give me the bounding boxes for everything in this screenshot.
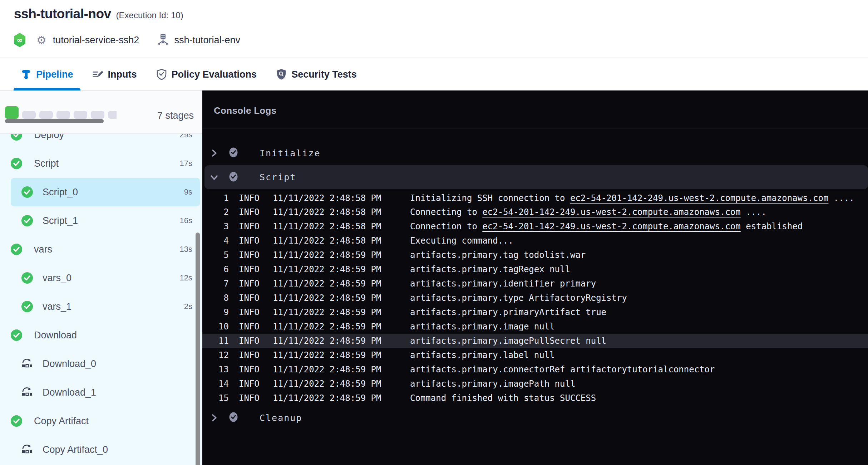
- log-message-text: artifacts.primary.tag todolist.war: [410, 250, 586, 260]
- success-check-icon: [11, 415, 22, 427]
- service-name[interactable]: tutorial-service-ssh2: [53, 35, 139, 46]
- chevron-right-icon[interactable]: [209, 413, 219, 422]
- stage-row-script_1[interactable]: Script_116s: [11, 206, 200, 235]
- log-line-number: 10: [202, 322, 229, 332]
- stage-progress-bar: [5, 106, 117, 119]
- log-message-suffix: ....: [741, 207, 766, 217]
- log-level: INFO: [239, 393, 260, 403]
- log-message-text: artifacts.primary.primaryArtifact true: [410, 307, 606, 317]
- log-timestamp: 11/11/2022 2:48:59 PM: [273, 264, 381, 274]
- progress-segment-pending: [91, 111, 104, 119]
- log-line-6: 6INFO11/11/2022 2:48:59 PMartifacts.prim…: [202, 262, 868, 276]
- log-line-number: 9: [202, 307, 229, 317]
- log-timestamp: 11/11/2022 2:48:59 PM: [273, 250, 381, 260]
- log-message-text: artifacts.primary.imagePullSecret null: [410, 336, 606, 346]
- chevron-right-icon[interactable]: [209, 148, 219, 158]
- log-message: artifacts.primary.imagePullSecret null: [410, 336, 606, 346]
- log-timestamp: 11/11/2022 2:48:59 PM: [273, 322, 381, 332]
- environment-icon: [158, 34, 168, 46]
- log-level: INFO: [239, 293, 260, 303]
- success-check-icon: [11, 329, 22, 341]
- log-message-text: Connection to: [410, 221, 482, 231]
- console-section-script[interactable]: Script: [204, 165, 868, 189]
- stage-row-vars_0[interactable]: vars_012s: [11, 264, 200, 292]
- tab-security-tests[interactable]: Security Tests: [269, 59, 364, 90]
- service-environment-row: ∞ ⚙ tutorial-service-ssh2 ssh-tutor: [14, 32, 240, 48]
- horizontal-scrollbar[interactable]: [5, 119, 104, 123]
- tab-policy-evaluations[interactable]: Policy Evaluations: [149, 59, 264, 90]
- chevron-down-icon[interactable]: [209, 173, 219, 182]
- log-line-11: 11INFO11/11/2022 2:48:59 PMartifacts.pri…: [202, 334, 868, 348]
- stage-row-download_1[interactable]: Download_1: [11, 378, 200, 407]
- log-timestamp: 11/11/2022 2:48:59 PM: [273, 307, 381, 317]
- log-level: INFO: [239, 379, 260, 389]
- stage-row-copy-artifact_0[interactable]: Copy Artifact_0: [11, 435, 200, 464]
- log-line-number: 5: [202, 250, 229, 260]
- success-check-icon: [11, 244, 22, 255]
- stage-duration: 13s: [180, 245, 192, 254]
- log-message-text: artifacts.primary.image null: [410, 322, 555, 332]
- log-message-text: Command finished with status SUCCESS: [410, 393, 596, 403]
- stage-row-script[interactable]: Script17s: [11, 149, 200, 178]
- tab-pipeline[interactable]: Pipeline: [14, 59, 80, 90]
- stages-progress-header: 7 stages: [0, 90, 202, 134]
- stage-row-copy-artifact[interactable]: Copy Artifact: [11, 407, 200, 435]
- rollback-steps-icon: [21, 358, 33, 369]
- log-level: INFO: [239, 236, 260, 246]
- stage-label: Script: [34, 158, 59, 169]
- stage-row-script_0[interactable]: Script_09s: [11, 178, 200, 206]
- stage-row-vars[interactable]: vars13s: [11, 235, 200, 264]
- progress-segment-pending: [56, 111, 70, 119]
- log-line-number: 14: [202, 379, 229, 389]
- log-line-number: 2: [202, 207, 229, 217]
- stage-row-download[interactable]: Download: [11, 321, 200, 349]
- log-line-14: 14INFO11/11/2022 2:48:59 PMartifacts.pri…: [202, 377, 868, 391]
- progress-segment-pending: [74, 111, 87, 119]
- title-row: ssh-tutorial-nov (Execution Id: 10): [14, 6, 183, 21]
- log-line-number: 13: [202, 364, 229, 375]
- log-hostname-link[interactable]: ec2-54-201-142-249.us-west-2.compute.ama…: [570, 193, 828, 203]
- log-line-number: 6: [202, 264, 229, 274]
- rollback-steps-icon: [21, 444, 33, 455]
- content-area: 7 stages Deploy29sScript17sScript_09sScr…: [0, 90, 868, 465]
- stage-label: Download: [34, 330, 77, 341]
- log-message-text: artifacts.primary.type ArtifactoryRegist…: [410, 293, 627, 303]
- section-success-icon: [229, 171, 238, 183]
- progress-segment-pending: [39, 111, 53, 119]
- tab-label: Policy Evaluations: [172, 69, 257, 80]
- tab-inputs[interactable]: Inputs: [85, 59, 144, 90]
- log-hostname-link[interactable]: ec2-54-201-142-249.us-west-2.compute.ama…: [482, 207, 740, 217]
- log-message: artifacts.primary.identifier primary: [410, 279, 596, 289]
- console-section-initialize[interactable]: Initialize: [204, 145, 868, 162]
- vertical-scrollbar[interactable]: [196, 232, 200, 465]
- log-message: artifacts.primary.image null: [410, 322, 555, 332]
- policy-icon: [156, 69, 167, 80]
- log-message: Connecting to ec2-54-201-142-249.us-west…: [410, 207, 766, 217]
- log-message: artifacts.primary.primaryArtifact true: [410, 307, 606, 317]
- log-line-number: 3: [202, 221, 229, 231]
- tab-bar: PipelineInputsPolicy EvaluationsSecurity…: [0, 59, 868, 90]
- success-check-icon: [21, 301, 33, 312]
- log-message: artifacts.primary.tagRegex null: [410, 264, 570, 274]
- log-message-suffix: ....: [828, 193, 854, 203]
- environment-name[interactable]: ssh-tutorial-env: [174, 35, 240, 46]
- log-line-number: 15: [202, 393, 229, 403]
- console-section-cleanup[interactable]: Cleanup: [204, 409, 868, 426]
- stage-row-vars_1[interactable]: vars_12s: [11, 292, 200, 321]
- section-label: Initialize: [260, 148, 321, 158]
- pipeline-icon: [21, 69, 31, 80]
- cd-hexagon-icon: ∞: [14, 33, 26, 47]
- console-logs-panel: Console Logs InitializeScriptCleanup1INF…: [202, 90, 868, 465]
- log-message: artifacts.primary.connectorRef artifacto…: [410, 364, 715, 375]
- log-line-13: 13INFO11/11/2022 2:48:59 PMartifacts.pri…: [202, 362, 868, 377]
- svg-text:∞: ∞: [17, 36, 23, 44]
- log-line-7: 7INFO11/11/2022 2:48:59 PMartifacts.prim…: [202, 276, 868, 291]
- log-message: Command finished with status SUCCESS: [410, 393, 596, 403]
- section-label: Script: [260, 172, 296, 182]
- stage-label: vars_0: [43, 273, 71, 284]
- log-timestamp: 11/11/2022 2:48:58 PM: [273, 236, 381, 246]
- log-line-number: 11: [202, 336, 229, 346]
- inputs-icon: [93, 69, 103, 80]
- log-hostname-link[interactable]: ec2-54-201-142-249.us-west-2.compute.ama…: [482, 221, 740, 231]
- stage-row-download_0[interactable]: Download_0: [11, 349, 200, 378]
